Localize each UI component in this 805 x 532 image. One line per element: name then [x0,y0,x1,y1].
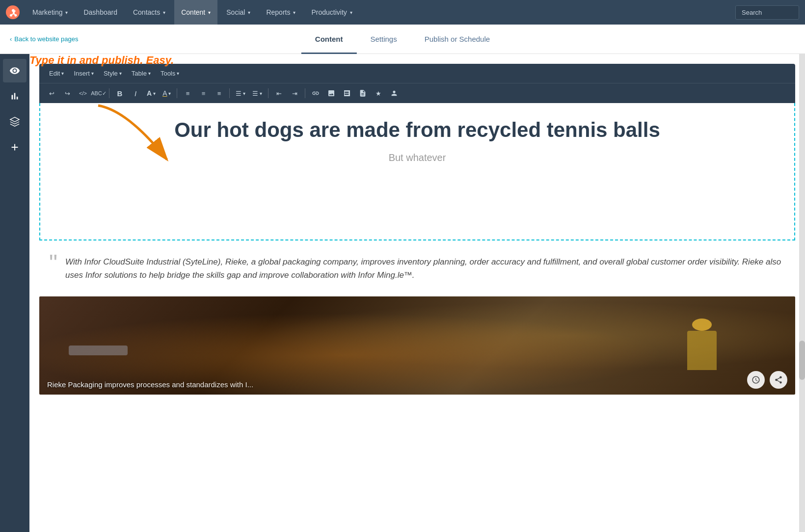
editor-content-area[interactable]: Our hot dogs are made from recycled tenn… [39,103,795,240]
video-block[interactable]: Rieke Packaging improves processes and s… [39,296,795,395]
style-caret: ▾ [119,71,122,76]
quote-mark-icon: " [49,251,57,282]
sub-nav: ‹ Back to website pages Type it in and p… [0,25,805,54]
align-center-button[interactable]: ≡ [196,86,211,100]
nav-search-box[interactable]: Search [735,5,799,20]
italic-button[interactable]: I [128,86,143,100]
align-right-button[interactable]: ≡ [212,86,226,100]
separator-3 [229,88,230,98]
nav-content[interactable]: Content ▾ [174,0,217,25]
nav-contacts[interactable]: Contacts ▾ [126,0,172,25]
menu-style[interactable]: Style ▾ [100,68,126,79]
scrollbar[interactable] [799,54,805,532]
hubspot-logo[interactable] [6,5,20,19]
marketing-caret: ▾ [65,10,68,15]
social-caret: ▾ [248,10,250,15]
tab-settings[interactable]: Settings [357,25,411,54]
back-to-pages-link[interactable]: ‹ Back to website pages [10,35,78,43]
quote-text: With Infor CloudSuite Industrial (SyteLi… [65,255,785,282]
nav-marketing[interactable]: Marketing ▾ [26,0,75,25]
main-content: Edit ▾ Insert ▾ Style ▾ Table ▾ Tools [29,54,805,532]
back-chevron-icon: ‹ [10,35,12,43]
nav-social[interactable]: Social ▾ [219,0,257,25]
menu-insert[interactable]: Insert ▾ [70,68,98,79]
separator-2 [177,88,177,98]
outdent-button[interactable]: ⇤ [271,86,286,100]
code-button[interactable]: </> [76,86,90,100]
svg-point-0 [6,5,20,19]
star-button[interactable]: ★ [371,86,386,100]
tools-caret: ▾ [177,71,179,76]
toolbar-button-row: ↩ ↪ </> ABC✓ B I A ▾ A ▾ ≡ ≡ ≡ [39,83,795,103]
numbered-list-button[interactable]: ☰ ▾ [249,86,265,100]
table-caret: ▾ [148,71,151,76]
undo-button[interactable]: ↩ [44,86,59,100]
editor-toolbar: Edit ▾ Insert ▾ Style ▾ Table ▾ Tools [39,64,795,103]
align-left-button[interactable]: ≡ [180,86,195,100]
font-color-button[interactable]: A ▾ [144,86,159,100]
tab-content[interactable]: Content [301,25,357,54]
content-caret: ▾ [208,10,211,15]
menu-table[interactable]: Table ▾ [128,68,155,79]
video-thumbnail: Rieke Packaging improves processes and s… [39,296,795,395]
menu-tools[interactable]: Tools ▾ [157,68,183,79]
text-color-button[interactable]: A ▾ [160,86,174,100]
separator-1 [109,88,109,98]
editor-title-text[interactable]: Our hot dogs are made from recycled tenn… [60,118,775,142]
scrollbar-thumb[interactable] [799,341,805,380]
table-insert-button[interactable] [340,86,354,100]
insert-caret: ▾ [91,71,94,76]
link-button[interactable] [308,86,323,100]
worker-decoration [687,331,717,370]
contacts-caret: ▾ [163,10,165,15]
nav-reports[interactable]: Reports ▾ [259,0,302,25]
bullet-list-button[interactable]: ☰ ▾ [233,86,248,100]
menu-edit[interactable]: Edit ▾ [45,68,68,79]
nav-dashboard[interactable]: Dashboard [77,0,124,25]
redo-button[interactable]: ↪ [60,86,75,100]
sidebar-add-icon[interactable] [3,135,27,159]
separator-4 [268,88,268,98]
video-overlay [39,296,795,395]
image-button[interactable] [324,86,339,100]
sub-nav-tabs: Content Settings Publish or Schedule [301,25,504,53]
pipe-decoration [69,346,128,355]
bold-button[interactable]: B [112,86,127,100]
sidebar-eye-icon[interactable] [3,59,27,82]
left-sidebar [0,54,29,532]
sidebar-cube-icon[interactable] [3,110,27,133]
reports-caret: ▾ [293,10,295,15]
editor-subtitle-text[interactable]: But whatever [60,152,775,163]
nav-productivity[interactable]: Productivity ▾ [304,0,359,25]
spellcheck-button[interactable]: ABC✓ [91,86,106,100]
separator-5 [305,88,305,98]
document-button[interactable] [355,86,370,100]
quote-block: " With Infor CloudSuite Industrial (Syte… [39,255,795,282]
person-button[interactable] [387,86,402,100]
edit-caret: ▾ [61,71,64,76]
sidebar-chart-icon[interactable] [3,84,27,108]
indent-button[interactable]: ⇥ [287,86,302,100]
app-body: Edit ▾ Insert ▾ Style ▾ Table ▾ Tools [0,54,805,532]
tab-publish-schedule[interactable]: Publish or Schedule [411,25,504,54]
toolbar-menu-row: Edit ▾ Insert ▾ Style ▾ Table ▾ Tools [39,64,795,83]
productivity-caret: ▾ [350,10,352,15]
top-nav: Marketing ▾ Dashboard Contacts ▾ Content… [0,0,805,25]
